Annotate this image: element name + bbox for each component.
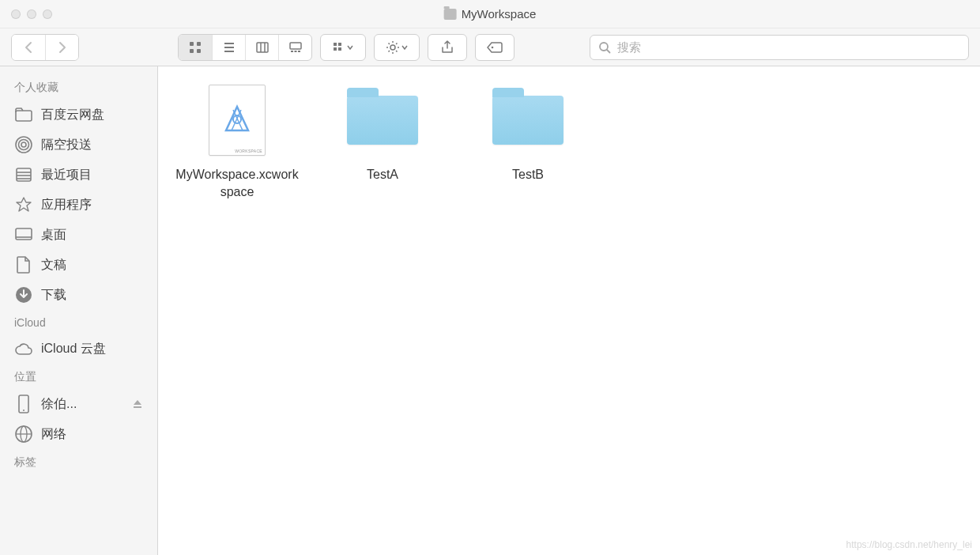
view-mode-buttons (178, 34, 312, 61)
titlebar: MyWorkspace (0, 0, 980, 28)
sidebar-item-label: 桌面 (41, 227, 66, 244)
svg-rect-7 (257, 43, 268, 52)
file-item-folder-testa[interactable]: TestA (319, 81, 446, 183)
window-title-text: MyWorkspace (462, 7, 537, 21)
svg-rect-15 (338, 43, 341, 46)
tags-button[interactable] (476, 35, 514, 60)
minimize-button[interactable] (27, 9, 36, 19)
svg-point-23 (21, 142, 26, 147)
nav-buttons (11, 34, 79, 61)
back-button[interactable] (12, 35, 45, 60)
svg-point-34 (23, 410, 24, 411)
sidebar-item-applications[interactable]: 应用程序 (0, 190, 157, 220)
window-title: MyWorkspace (444, 7, 537, 21)
folder-icon (343, 81, 422, 160)
applications-icon (14, 195, 33, 214)
folder-icon (444, 9, 457, 20)
svg-rect-16 (334, 47, 337, 51)
svg-point-19 (492, 46, 494, 48)
svg-rect-22 (16, 111, 32, 121)
xcworkspace-icon (198, 81, 277, 160)
svg-point-24 (19, 140, 29, 150)
sidebar-section-tags: 标签 (0, 449, 157, 474)
sidebar-item-label: 最近项目 (41, 167, 92, 183)
search-box[interactable] (590, 35, 969, 60)
sidebar-item-recents[interactable]: 最近项目 (0, 160, 157, 190)
share-button-group (428, 34, 467, 61)
content-area[interactable]: MyWorkspace.xcworkspace TestA TestB http… (158, 66, 980, 555)
sidebar-item-icloud-drive[interactable]: iCloud 云盘 (0, 334, 157, 364)
action-button[interactable] (375, 35, 419, 60)
svg-rect-3 (197, 49, 201, 53)
file-name: TestB (512, 166, 544, 183)
sidebar-item-downloads[interactable]: 下载 (0, 280, 157, 310)
sidebar-item-label: 文稿 (41, 257, 66, 274)
svg-rect-17 (338, 47, 341, 51)
device-icon (14, 395, 33, 413)
sidebar-item-label: 下载 (41, 287, 66, 304)
close-button[interactable] (11, 9, 21, 19)
sidebar-item-label: 网络 (41, 426, 66, 443)
sidebar-item-label: 徐伯... (41, 396, 77, 413)
sidebar: 个人收藏 百度云网盘 隔空投送 最近项目 应用程序 桌面 文稿 下载 (0, 66, 158, 555)
toolbar (0, 28, 980, 66)
folder-icon (14, 105, 33, 124)
svg-line-21 (607, 50, 610, 53)
file-item-xcworkspace[interactable]: MyWorkspace.xcworkspace (174, 81, 300, 200)
main: 个人收藏 百度云网盘 隔空投送 最近项目 应用程序 桌面 文稿 下载 (0, 66, 980, 555)
file-name: MyWorkspace.xcworkspace (174, 166, 300, 200)
sidebar-section-icloud: iCloud (0, 310, 157, 334)
sidebar-section-favorites: 个人收藏 (0, 74, 157, 100)
file-name: TestA (367, 166, 398, 183)
list-view-button[interactable] (212, 35, 245, 60)
svg-rect-13 (298, 51, 300, 52)
svg-rect-0 (190, 42, 194, 46)
column-view-button[interactable] (245, 35, 278, 60)
eject-icon[interactable] (132, 398, 143, 410)
group-by-button[interactable] (321, 35, 365, 60)
svg-rect-2 (190, 49, 194, 53)
downloads-icon (14, 285, 33, 304)
svg-rect-12 (294, 51, 296, 52)
svg-rect-30 (16, 228, 32, 240)
sidebar-item-label: 隔空投送 (41, 137, 92, 153)
sidebar-item-baidu-drive[interactable]: 百度云网盘 (0, 100, 157, 130)
search-icon (598, 41, 611, 54)
file-item-folder-testb[interactable]: TestB (465, 81, 591, 183)
svg-rect-1 (197, 42, 201, 46)
sidebar-item-network[interactable]: 网络 (0, 419, 157, 449)
sidebar-item-documents[interactable]: 文稿 (0, 250, 157, 280)
sidebar-section-locations: 位置 (0, 364, 157, 389)
folder-icon (488, 81, 567, 160)
svg-rect-10 (290, 43, 301, 49)
svg-point-18 (390, 45, 395, 50)
gallery-view-button[interactable] (278, 35, 311, 60)
tags-button-group (475, 34, 514, 61)
maximize-button[interactable] (43, 9, 52, 19)
svg-rect-14 (334, 43, 337, 46)
sidebar-item-label: iCloud 云盘 (41, 341, 106, 357)
svg-rect-11 (291, 51, 293, 52)
share-button[interactable] (428, 35, 466, 60)
sidebar-item-label: 应用程序 (41, 197, 92, 213)
sidebar-item-desktop[interactable]: 桌面 (0, 220, 157, 250)
sidebar-item-airdrop[interactable]: 隔空投送 (0, 130, 157, 160)
icon-view-button[interactable] (179, 35, 212, 60)
forward-button[interactable] (45, 35, 78, 60)
desktop-icon (14, 225, 33, 244)
watermark: https://blog.csdn.net/henry_lei (846, 539, 972, 550)
cloud-icon (14, 339, 33, 358)
airdrop-icon (14, 135, 33, 154)
network-icon (14, 425, 33, 444)
documents-icon (14, 255, 33, 274)
group-by-button-group (320, 34, 366, 61)
search-input[interactable] (617, 40, 960, 54)
sidebar-item-device[interactable]: 徐伯... (0, 389, 157, 419)
traffic-lights (0, 9, 52, 19)
recents-icon (14, 165, 33, 184)
sidebar-item-label: 百度云网盘 (41, 107, 104, 123)
action-button-group (374, 34, 420, 61)
